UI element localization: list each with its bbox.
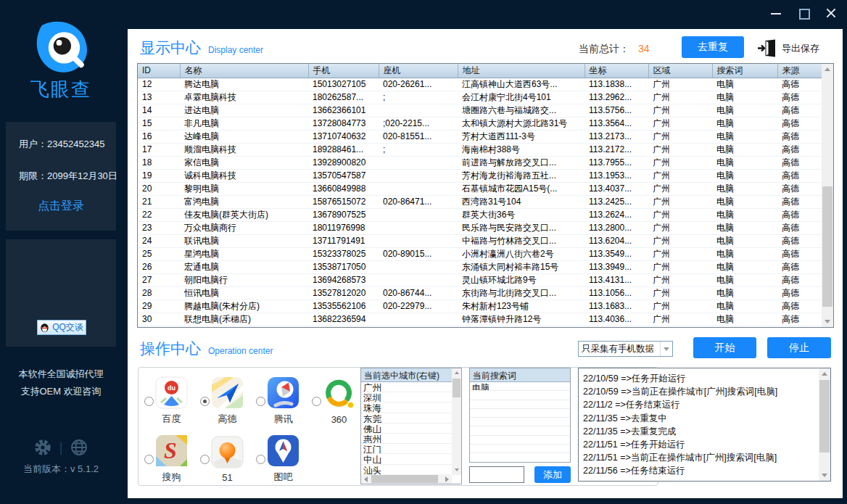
stop-button[interactable]: 停止 xyxy=(767,337,831,358)
city-item[interactable]: 汕头 xyxy=(361,465,461,475)
table-row[interactable]: 22佳友电脑(群英大街店)13678907525群英大街36号113.2624.… xyxy=(138,208,822,221)
city-item[interactable]: 广州 xyxy=(361,382,461,392)
login-link[interactable]: 点击登录 xyxy=(6,199,116,214)
table-row[interactable]: 30联想电脑(禾穗店)13682236594钟落潭镇钟升路12号113.4036… xyxy=(138,313,822,326)
city-item[interactable]: 深圳 xyxy=(361,392,461,402)
minimize-icon[interactable] xyxy=(770,7,782,19)
dedupe-button[interactable]: 去重复 xyxy=(682,36,744,58)
table-row[interactable]: 13卓霖电脑科技180262587...;会江村康宁北街4号101113.296… xyxy=(138,91,822,104)
provider-option-tencent[interactable]: 腾讯 xyxy=(256,376,312,426)
column-header[interactable]: 搜索词 xyxy=(712,64,777,78)
provider-option-sogou[interactable]: S搜狗 xyxy=(144,434,200,484)
city-item[interactable]: 珠海 xyxy=(361,402,461,413)
radio-button-tencent[interactable] xyxy=(256,397,265,406)
radio-button-tuba[interactable] xyxy=(256,455,265,464)
city-hscroll-thumb[interactable] xyxy=(371,475,438,483)
table-cell: 广州 xyxy=(648,78,712,91)
table-cell: 高德 xyxy=(777,208,822,221)
start-button[interactable]: 开始 xyxy=(693,337,756,358)
scroll-up-arrow-icon[interactable] xyxy=(819,368,830,379)
close-icon[interactable] xyxy=(825,7,837,19)
city-scroll-thumb[interactable] xyxy=(453,379,460,397)
scroll-left-arrow-icon[interactable] xyxy=(361,474,371,484)
provider-label: 百度 xyxy=(162,413,181,426)
log-vertical-scrollbar[interactable] xyxy=(819,368,830,481)
column-header[interactable]: 地址 xyxy=(458,64,584,78)
log-scroll-thumb[interactable] xyxy=(819,380,830,453)
keyword-item[interactable]: 电脑 xyxy=(470,382,570,391)
settings-gear-icon[interactable] xyxy=(33,438,52,457)
keyword-empty-row xyxy=(470,436,570,445)
provider-option-baidu[interactable]: du百度 xyxy=(144,376,200,426)
expiry-line: 期限：2099年12月30日 xyxy=(19,170,117,183)
qq-chat-button[interactable]: QQ交谈 xyxy=(37,320,86,335)
table-row[interactable]: 25星鸿电脑15323378025020-89015...小洲村瀛洲八街六巷2号… xyxy=(138,247,822,260)
table-row[interactable]: 16达峰电脑13710740632020-81551...芳村大道西111-3号… xyxy=(138,130,822,143)
table-row[interactable]: 21富鸿电脑15876515072020-86471...西湾路31号10411… xyxy=(138,195,822,208)
table-row[interactable]: 17顺溜电脑科技189288461...;海南棉村388号113.2172...… xyxy=(138,143,822,156)
collect-filter-dropdown[interactable]: 只采集有手机数据 xyxy=(578,341,673,357)
city-list: 广州深圳珠海东莞佛山惠州江门中山汕头湛江 xyxy=(361,382,461,484)
table-cell: 江埔街联星小学旁路口... xyxy=(458,326,584,328)
table-row[interactable]: 26宏通电脑13538717050东涌镇大同村裕丰路15号113.3949...… xyxy=(138,260,822,273)
table-row[interactable]: 14进达电脑13662366101塘圈路六巷与福城路交...113.5756..… xyxy=(138,104,822,117)
table-cell: 塘圈路六巷与福城路交... xyxy=(458,104,584,117)
scroll-up-arrow-icon[interactable] xyxy=(452,368,461,377)
table-cell: 17 xyxy=(138,143,180,156)
table-cell: 星鸿电脑 xyxy=(180,247,308,260)
provider-option-s360[interactable]: 360 xyxy=(312,376,368,426)
city-item[interactable]: 佛山 xyxy=(361,424,461,434)
table-cell: 113.3564... xyxy=(584,117,648,130)
table-row[interactable]: 15非凡电脑13728084773;020-2215...太和镇大源村大源北路3… xyxy=(138,117,822,130)
table-row[interactable]: 12腾达电脑15013027105020-26261...江高镇神山大道西63号… xyxy=(138,78,822,91)
table-cell: 电脑 xyxy=(712,326,777,328)
provider-option-m51[interactable]: 51 xyxy=(200,434,256,484)
city-horizontal-scrollbar[interactable] xyxy=(361,474,452,484)
table-cell: 电脑 xyxy=(712,104,777,117)
provider-option-gaode[interactable]: 高德 xyxy=(200,376,256,426)
radio-button-sogou[interactable] xyxy=(144,455,154,464)
log-line: 22/11/35 =>去重复完成 xyxy=(583,425,816,438)
provider-option-tuba[interactable]: 图吧 xyxy=(256,434,312,484)
globe-icon[interactable] xyxy=(70,438,88,457)
maximize-icon[interactable] xyxy=(798,7,809,19)
table-row[interactable]: 27朝阳电脑行13694268573灵山镇环城北路9号113.4131...广州… xyxy=(138,273,822,286)
scroll-right-arrow-icon[interactable] xyxy=(442,474,452,484)
export-save-button[interactable]: 导出保存 xyxy=(757,39,819,57)
column-header[interactable]: 区域 xyxy=(648,64,712,78)
table-row[interactable]: 28恒讯电脑13527812020020-86744...东街路与北街路交叉口.… xyxy=(138,286,822,299)
city-vertical-scrollbar[interactable] xyxy=(452,368,461,474)
scroll-down-arrow-icon[interactable] xyxy=(819,470,830,481)
radio-button-baidu[interactable] xyxy=(144,397,154,406)
radio-button-gaode[interactable] xyxy=(200,397,210,406)
table-vertical-scrollbar[interactable] xyxy=(822,64,833,327)
export-save-label: 导出保存 xyxy=(782,42,819,55)
radio-button-s360[interactable] xyxy=(312,397,321,406)
table-row[interactable]: 31迅诚电脑工作室13711640182江埔街联星小学旁路口...113.599… xyxy=(138,326,822,328)
table-scroll-thumb[interactable] xyxy=(822,186,832,307)
city-item[interactable]: 东莞 xyxy=(361,413,461,424)
table-row[interactable]: 19诚科电脑科技13570547587芳村海龙街裕海路五社...113.1953… xyxy=(138,169,822,182)
column-header[interactable]: 手机 xyxy=(308,64,379,78)
scroll-down-arrow-icon[interactable] xyxy=(452,466,461,474)
radio-button-m51[interactable] xyxy=(200,455,210,464)
city-item[interactable]: 江门 xyxy=(361,444,461,454)
city-item[interactable]: 中山 xyxy=(361,454,461,464)
operation-center-subtitle: Operation center xyxy=(208,346,273,356)
column-header[interactable]: 来源 xyxy=(777,64,822,78)
add-keyword-button[interactable]: 添加 xyxy=(534,466,571,483)
column-header[interactable]: 名称 xyxy=(180,64,308,78)
table-cell: 电脑 xyxy=(712,117,777,130)
scroll-down-arrow-icon[interactable] xyxy=(822,316,833,327)
table-row[interactable]: 24联讯电脑13711791491中福路与竹林路交叉口...113.6204..… xyxy=(138,234,822,247)
table-row[interactable]: 20黎明电脑13660849988石基镇城市花园A15号(...113.4037… xyxy=(138,182,822,195)
scroll-up-arrow-icon[interactable] xyxy=(822,64,833,75)
keyword-input[interactable] xyxy=(469,466,524,483)
column-header[interactable]: ID xyxy=(138,64,180,78)
table-row[interactable]: 29腾越电脑(朱村分店)13535562106020-22979...朱村新村1… xyxy=(138,299,822,313)
table-row[interactable]: 18家信电脑13928900820前进路与解放路交叉口...113.7955..… xyxy=(138,156,822,169)
column-header[interactable]: 座机 xyxy=(379,64,458,78)
table-row[interactable]: 23万众电脑商行18011976998民乐路与民安路交叉口...113.2800… xyxy=(138,221,822,234)
column-header[interactable]: 坐标 xyxy=(584,64,648,78)
city-item[interactable]: 惠州 xyxy=(361,434,461,444)
